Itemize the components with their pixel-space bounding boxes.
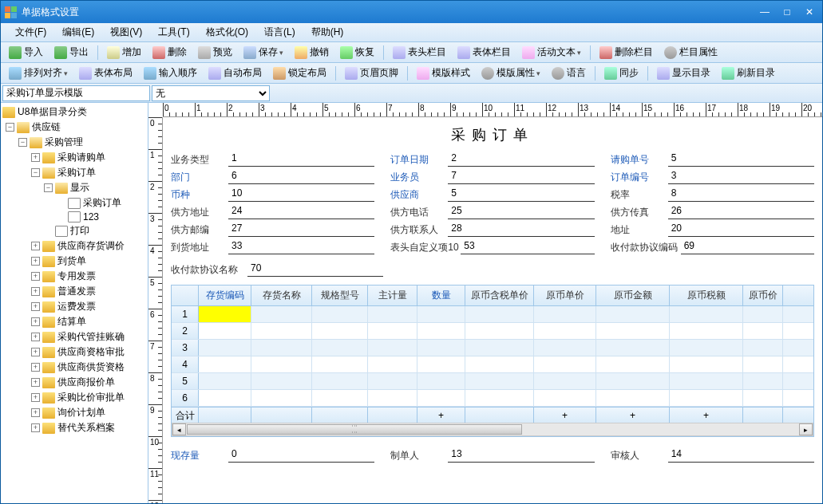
field-label[interactable]: 部门 bbox=[171, 171, 228, 184]
expand-toggle[interactable]: + bbox=[31, 302, 40, 311]
grid-cell[interactable] bbox=[534, 340, 596, 356]
tree-root[interactable]: U8单据目录分类 bbox=[2, 104, 146, 120]
expand-toggle[interactable]: − bbox=[44, 183, 53, 192]
grid-cell[interactable] bbox=[417, 340, 465, 356]
column-header[interactable]: 原币税额 bbox=[670, 285, 743, 305]
field-value[interactable]: 69 bbox=[681, 240, 814, 254]
field-value[interactable]: 28 bbox=[448, 222, 594, 237]
grid-cell[interactable] bbox=[368, 390, 417, 406]
tree-item[interactable]: +采购请购单 bbox=[2, 150, 146, 165]
grid-cell[interactable] bbox=[465, 306, 534, 322]
grid-cell[interactable] bbox=[417, 323, 465, 339]
field-value[interactable]: 26 bbox=[668, 205, 814, 219]
grid-cell[interactable] bbox=[465, 356, 534, 372]
grid-cell[interactable] bbox=[251, 323, 312, 339]
expand-toggle[interactable]: + bbox=[31, 408, 40, 417]
grid-cell[interactable] bbox=[465, 340, 534, 356]
tree-item[interactable]: 123 bbox=[2, 211, 146, 223]
field-value[interactable]: 13 bbox=[448, 448, 594, 463]
tplprop-button[interactable]: 模版属性▾ bbox=[477, 65, 545, 81]
save-button[interactable]: 保存▾ bbox=[239, 44, 288, 61]
add-button[interactable]: 增加 bbox=[102, 44, 146, 61]
grid-cell[interactable] bbox=[312, 323, 368, 339]
column-header[interactable] bbox=[172, 285, 199, 305]
field-label[interactable]: 请购单号 bbox=[611, 153, 668, 167]
grid-cell[interactable] bbox=[534, 373, 596, 389]
expand-toggle[interactable]: + bbox=[31, 378, 40, 387]
grid-cell[interactable] bbox=[743, 373, 783, 389]
grid-cell[interactable] bbox=[596, 356, 670, 372]
grid-cell[interactable] bbox=[199, 323, 251, 339]
expand-toggle[interactable]: − bbox=[6, 123, 14, 132]
grid-cell[interactable] bbox=[743, 390, 783, 406]
tree-item[interactable]: +专用发票 bbox=[2, 269, 146, 284]
import-button[interactable]: 导入 bbox=[4, 44, 48, 61]
field-label[interactable]: 供应商 bbox=[390, 188, 448, 202]
undo-button[interactable]: 撤销 bbox=[290, 44, 334, 61]
expand-toggle[interactable]: + bbox=[31, 242, 40, 250]
row-number[interactable]: 5 bbox=[172, 373, 199, 389]
export-button[interactable]: 导出 bbox=[49, 44, 93, 61]
design-canvas[interactable]: 采购订单 业务类型1订单日期2请购单号5部门6业务员7订单编号3币种10供应商5… bbox=[163, 117, 822, 503]
close-button[interactable]: ✕ bbox=[800, 5, 819, 19]
grid-cell[interactable] bbox=[417, 390, 465, 406]
menu-lang[interactable]: 语言(L) bbox=[256, 24, 303, 41]
tree-item[interactable]: +询价计划单 bbox=[2, 405, 146, 420]
grid-cell[interactable] bbox=[534, 306, 596, 322]
field-label[interactable]: 订单日期 bbox=[390, 153, 448, 167]
column-header[interactable]: 原币单价 bbox=[534, 285, 596, 305]
row-number[interactable]: 3 bbox=[172, 340, 199, 356]
grid-cell[interactable] bbox=[670, 356, 743, 372]
grid-cell[interactable] bbox=[417, 356, 465, 372]
column-header[interactable]: 存货编码 bbox=[199, 285, 251, 305]
field-value[interactable]: 5 bbox=[668, 152, 814, 167]
menu-tool[interactable]: 工具(T) bbox=[150, 24, 197, 41]
grid-cell[interactable] bbox=[743, 356, 783, 372]
field-value[interactable]: 53 bbox=[461, 240, 594, 254]
field-value[interactable]: 8 bbox=[668, 187, 814, 202]
grid-cell[interactable] bbox=[670, 323, 743, 339]
row-number[interactable]: 4 bbox=[172, 356, 199, 372]
tree-item[interactable]: +采购比价审批单 bbox=[2, 390, 146, 405]
grid-cell[interactable] bbox=[743, 340, 783, 356]
tree-item[interactable]: 打印 bbox=[2, 223, 146, 238]
column-header[interactable]: 存货名称 bbox=[251, 285, 312, 305]
field-label[interactable]: 现存量 bbox=[171, 449, 228, 463]
tree-item[interactable]: +采购代管挂账确 bbox=[2, 329, 146, 345]
menu-help[interactable]: 帮助(H) bbox=[303, 24, 352, 41]
row-number[interactable]: 6 bbox=[172, 390, 199, 406]
field-label[interactable]: 订单编号 bbox=[611, 171, 668, 184]
grid-cell[interactable] bbox=[596, 323, 670, 339]
grid-cell[interactable] bbox=[199, 356, 251, 372]
grid-cell[interactable] bbox=[199, 390, 251, 406]
locklayout-button[interactable]: 锁定布局 bbox=[268, 65, 331, 81]
grid-cell[interactable] bbox=[534, 356, 596, 372]
tree-panel[interactable]: U8单据目录分类 −供应链 −采购管理 +采购请购单−采购订单−显示采购订单12… bbox=[1, 103, 148, 503]
grid-cell[interactable] bbox=[368, 373, 417, 389]
tree-node[interactable]: 供应链 bbox=[32, 120, 61, 134]
expand-toggle[interactable]: + bbox=[31, 272, 40, 281]
grid-cell[interactable] bbox=[368, 356, 417, 372]
tree-item[interactable]: 采购订单 bbox=[2, 195, 146, 211]
menu-view[interactable]: 视图(V) bbox=[102, 24, 150, 41]
delete-button[interactable]: 删除 bbox=[148, 44, 192, 61]
activetext-button[interactable]: 活动文本▾ bbox=[517, 44, 586, 61]
tree-item[interactable]: +普通发票 bbox=[2, 284, 146, 299]
template-name[interactable]: 采购订单显示模版 bbox=[2, 85, 150, 101]
expand-toggle[interactable]: + bbox=[31, 363, 40, 372]
inputorder-button[interactable]: 输入顺序 bbox=[139, 65, 202, 81]
bodycol-button[interactable]: 表体栏目 bbox=[453, 44, 516, 61]
grid-cell[interactable] bbox=[199, 340, 251, 356]
tree-item[interactable]: +替代关系档案 bbox=[2, 420, 146, 435]
expand-toggle[interactable]: + bbox=[31, 287, 40, 296]
expand-toggle[interactable]: + bbox=[31, 423, 40, 432]
grid-cell[interactable] bbox=[251, 356, 312, 372]
field-value[interactable]: 25 bbox=[448, 205, 594, 219]
field-value[interactable]: 0 bbox=[228, 448, 374, 463]
field-value[interactable]: 24 bbox=[228, 205, 374, 219]
grid-cell[interactable] bbox=[251, 306, 312, 322]
scroll-right-button[interactable]: ▸ bbox=[799, 423, 813, 435]
field-value[interactable]: 33 bbox=[228, 240, 374, 254]
table-row[interactable]: 3 bbox=[172, 340, 813, 356]
field-value[interactable]: 3 bbox=[668, 170, 814, 184]
